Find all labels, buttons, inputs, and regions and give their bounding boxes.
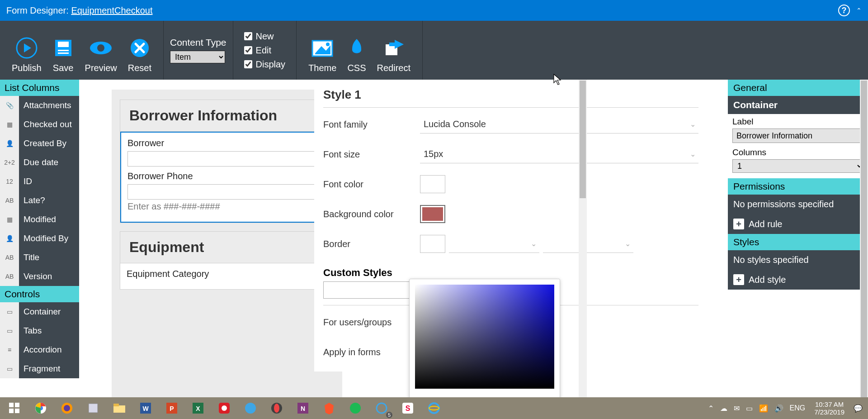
list-column-item[interactable]: ▦Checked out [0, 115, 79, 134]
svg-text:P: P [170, 405, 174, 412]
chk-edit-input[interactable] [244, 46, 252, 54]
reset-button[interactable]: Reset [123, 21, 157, 80]
taskbar-firefox[interactable] [54, 399, 80, 417]
taskbar-snagit[interactable]: S [395, 399, 420, 417]
tray-lang[interactable]: ENG [790, 404, 806, 412]
taskbar-explorer[interactable] [107, 399, 132, 417]
bg-color-swatch[interactable] [420, 205, 445, 223]
tray-notifications-icon[interactable]: 💬 [854, 404, 863, 413]
taskbar-chrome[interactable] [28, 399, 53, 417]
tray-volume-icon[interactable]: 🔊 [774, 404, 783, 413]
font-color-swatch[interactable] [420, 175, 445, 193]
preview-button[interactable]: Preview [80, 21, 123, 80]
column-type-icon: 👤 [0, 229, 19, 248]
chk-new-input[interactable] [244, 32, 252, 40]
taskbar-excel[interactable]: X [185, 399, 211, 417]
css-button[interactable]: CSS [342, 21, 371, 80]
canvas: Borrower Information Borrower Borrower P… [79, 80, 728, 397]
column-type-icon: 12 [0, 172, 19, 191]
svg-text:S: S [406, 405, 410, 412]
canvas-scrollbar[interactable] [579, 80, 587, 397]
list-column-item[interactable]: 📎Attachments [0, 96, 79, 115]
list-column-item[interactable]: 12ID [0, 172, 79, 191]
save-button[interactable]: Save [47, 21, 80, 80]
field-borrower-phone[interactable]: Borrower Phone Enter as ###-###-#### [127, 171, 328, 212]
chevron-down-icon: ⌄ [625, 239, 631, 248]
publish-button[interactable]: Publish [6, 21, 47, 80]
field-borrower[interactable]: Borrower [127, 138, 328, 167]
chk-new[interactable]: New [244, 31, 274, 42]
css-label: CSS [347, 63, 366, 73]
color-gradient[interactable] [415, 285, 554, 389]
form-name-link[interactable]: EquipmentCheckout [71, 5, 152, 15]
field-equipment-category[interactable]: Equipment Category [127, 269, 329, 279]
content-type-select[interactable]: Item [170, 51, 225, 63]
column-type-icon: ▦ [0, 115, 19, 134]
list-column-item[interactable]: 👤Created By [0, 134, 79, 153]
collapse-ribbon-icon[interactable]: ⌃ [856, 7, 862, 14]
content-type-label: Content Type [170, 37, 226, 48]
custom-styles-input[interactable] [323, 281, 420, 299]
list-column-item[interactable]: ▦Modified [0, 210, 79, 229]
chk-display[interactable]: Display [244, 59, 286, 70]
tray-onedrive-icon[interactable]: ☁ [720, 404, 727, 413]
border-color-swatch[interactable] [420, 235, 445, 253]
control-item[interactable]: ▭Container [0, 302, 79, 321]
taskbar-onenote[interactable]: N [290, 399, 316, 417]
theme-button[interactable]: Theme [303, 21, 342, 80]
taskbar-spotify[interactable] [343, 399, 368, 417]
taskbar-word[interactable]: W [133, 399, 158, 417]
style-panel-title: Style 1 [323, 88, 698, 102]
redirect-button[interactable]: Redirect [372, 21, 416, 80]
border-width-select[interactable]: ⌄ [543, 235, 633, 253]
control-item[interactable]: ▭Tabs [0, 321, 79, 340]
for-users-label: For users/groups [323, 317, 420, 328]
field-borrower-label: Borrower [127, 138, 328, 148]
add-style-button[interactable]: + Add style [728, 270, 868, 290]
chk-display-input[interactable] [244, 60, 252, 68]
control-item[interactable]: ≡Accordion [0, 340, 79, 359]
section-borrower-info[interactable]: Borrower Information Borrower Borrower P… [120, 100, 336, 223]
tray-clock[interactable]: 10:37 AM 7/23/2019 [811, 400, 847, 416]
ribbon-group-actions: Publish Save Preview Reset [0, 21, 164, 80]
start-button[interactable] [2, 399, 27, 417]
column-type-icon: AB [0, 248, 19, 267]
help-icon[interactable]: ? [838, 5, 850, 16]
redirect-label: Redirect [377, 63, 410, 73]
section-body-borrower[interactable]: Borrower Borrower Phone Enter as ###-###… [120, 132, 335, 223]
taskbar-edge[interactable] [238, 399, 263, 417]
columns-select[interactable]: 1 [732, 159, 863, 173]
tray-wifi-icon[interactable]: 📶 [759, 404, 768, 413]
border-style-select[interactable]: ⌄ [449, 235, 539, 253]
list-column-item[interactable]: 2+2Due date [0, 153, 79, 172]
svg-point-11 [326, 43, 330, 46]
tray-battery-icon[interactable]: ▭ [746, 404, 753, 413]
right-panel-scrollbar[interactable] [860, 80, 868, 397]
taskbar-creative-cloud[interactable] [212, 399, 237, 417]
tray-chevron-icon[interactable]: ⌃ [708, 404, 714, 413]
taskbar-app1[interactable] [80, 399, 106, 417]
font-size-select[interactable]: 15px ⌄ [420, 145, 698, 163]
control-item[interactable]: ▭Fragment [0, 359, 79, 378]
svg-rect-14 [9, 403, 14, 407]
font-family-select[interactable]: Lucida Console ⌄ [420, 115, 698, 133]
taskbar-cortana[interactable]: 5 [369, 399, 394, 417]
list-column-item[interactable]: ABLate? [0, 191, 79, 210]
taskbar-brave[interactable] [316, 399, 342, 417]
section-equipment[interactable]: Equipment Equipment Category [120, 231, 336, 290]
section-body-equipment[interactable]: Equipment Category [120, 263, 335, 289]
chk-edit[interactable]: Edit [244, 45, 271, 56]
taskbar-powerpoint[interactable]: P [159, 399, 184, 417]
list-column-item[interactable]: ABTitle [0, 248, 79, 267]
color-picker-popup[interactable] [409, 279, 560, 397]
list-column-item[interactable]: 👤Modified By [0, 229, 79, 248]
add-rule-button[interactable]: + Add rule [728, 214, 868, 234]
label-input[interactable] [732, 129, 863, 143]
list-column-item[interactable]: ABVersion [0, 267, 79, 286]
publish-label: Publish [12, 63, 42, 73]
field-borrower-phone-input[interactable] [127, 184, 328, 200]
taskbar-opera[interactable] [264, 399, 289, 417]
tray-mail-icon[interactable]: ✉ [734, 404, 740, 413]
taskbar-ie[interactable] [421, 399, 447, 417]
field-borrower-input[interactable] [127, 151, 328, 167]
